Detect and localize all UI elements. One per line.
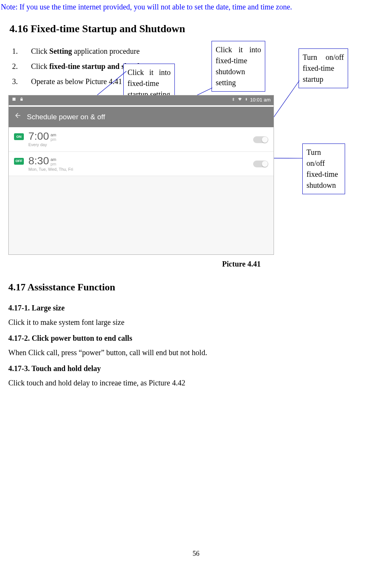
off-days: Mon, Tue, Wed, Thu, Fri [28,166,253,173]
wifi-icon [237,96,243,104]
subhead-417-1: 4.17-1. Large size [8,302,392,314]
screen-title: Schedule power on & off [27,111,105,123]
screen-titlebar: Schedule power on & off [9,107,274,127]
figure-caption: Picture 4.41 [91,258,392,270]
status-bar: 10:01 am [9,95,274,105]
on-am: am [51,133,56,137]
off-toggle[interactable] [253,161,268,167]
on-toggle[interactable] [253,136,268,143]
off-time: 8:30 [28,156,49,166]
on-pm: pm [51,137,56,142]
callout-shutdown-setting: Click it into fixed-time shutdown settin… [212,41,265,92]
heading-416: 4.16 Fixed-time Startup and Shutdown [9,20,392,37]
callout-shutdown-toggle: Turn on/off fixed-time shutdown [302,143,345,194]
off-am: am [51,157,56,162]
page-number: 56 [0,548,392,559]
para-417-1: Click it to make system font large size [8,316,392,328]
on-days: Every day [28,142,253,148]
badge-off: OFF [14,158,24,165]
back-arrow-icon[interactable] [14,111,22,123]
heading-417: 4.17 Assisstance Function [8,279,392,295]
schedule-row-on[interactable]: ON 7:00 am pm Every day [9,127,274,152]
callout-startup-toggle: Turn on/off fixed-time startup [299,48,348,88]
note-text: Note: If you use the time internet provi… [0,0,392,13]
status-time: 10:01 am [250,96,271,104]
lock-icon [19,96,24,104]
subhead-417-2: 4.17-2. Click power button to end calls [8,332,392,344]
subhead-417-3: 4.17-3. Touch and hold delay [8,362,392,374]
svg-rect-5 [246,98,247,101]
screenshot-schedule-power: 10:01 am Schedule power on & off ON 7:00… [8,95,274,255]
badge-on: ON [14,133,24,140]
svg-rect-6 [246,98,246,98]
on-time: 7:00 [28,131,49,142]
battery-icon [245,96,248,104]
para-417-2: When Click call, press “power” button, c… [8,346,392,359]
notification-icon [12,96,16,104]
svg-rect-4 [12,98,16,101]
off-pm: pm [51,162,56,166]
para-417-3: Click touch and hold delay to increae ti… [8,377,392,389]
schedule-row-off[interactable]: OFF 8:30 am pm Mon, Tue, Wed, Thu, Fri [9,152,274,176]
bluetooth-icon [231,96,235,104]
